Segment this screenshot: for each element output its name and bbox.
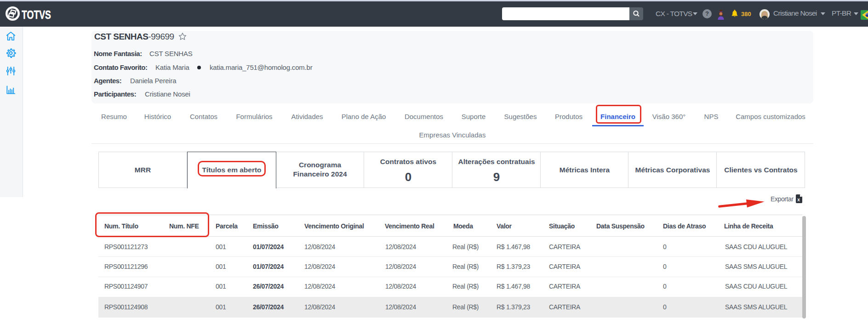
svg-text:x: x — [797, 197, 800, 202]
svg-text:TOTVS: TOTVS — [22, 8, 51, 21]
